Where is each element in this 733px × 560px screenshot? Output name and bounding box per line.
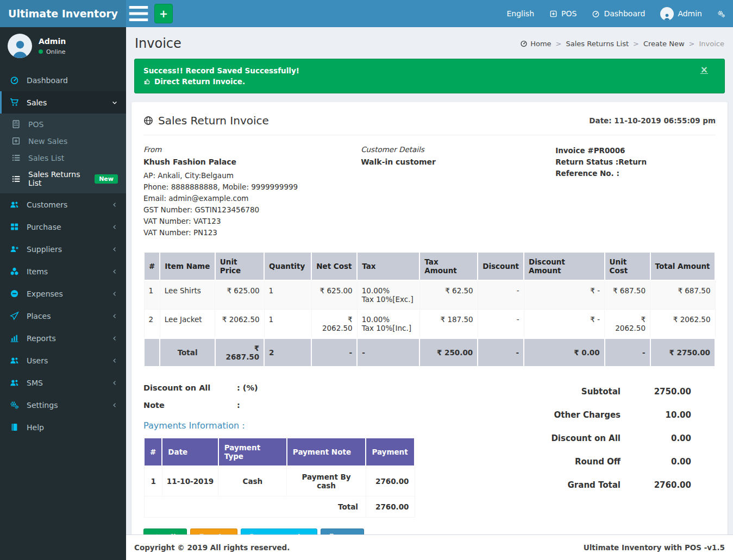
discount-on-all-line: Discount on All : (%) — [143, 383, 528, 392]
cell: 2760.00 — [366, 466, 415, 496]
items-header-row: # Item Name Unit Price Quantity Net Cost… — [144, 252, 715, 280]
chevron-left-icon — [111, 291, 118, 297]
chevron-left-icon — [111, 224, 118, 230]
cell: ₹ 2062.50 — [605, 310, 650, 339]
globe-icon — [143, 116, 153, 125]
payments-total-row: Total 2760.00 — [144, 496, 415, 518]
navbar-right: English POS Dashboard Admin — [499, 0, 733, 27]
from-vat2: VAT Number: PN123 — [143, 227, 361, 238]
divider — [143, 135, 716, 135]
invoice-card: Sales Return Invoice Date: 11-10-2019 06… — [131, 102, 728, 558]
column-header: # — [144, 252, 160, 280]
sidebar-item-new-sales[interactable]: New Sales — [0, 133, 126, 149]
chevron-left-icon — [111, 335, 118, 342]
cell: 1 — [264, 310, 311, 339]
users-icon — [10, 378, 21, 387]
page-title: Invoice — [135, 36, 181, 51]
sidebar-item-reports[interactable]: Reports — [0, 327, 126, 349]
breadcrumb-current: Invoice — [699, 40, 724, 48]
invoice-date: Date: 11-10-2019 06:55:09 pm — [589, 116, 716, 125]
plus-square-icon — [11, 136, 22, 146]
cell: - — [357, 338, 419, 367]
reference-number: Reference No. : — [555, 168, 716, 179]
breadcrumb-create-new[interactable]: Create New — [643, 40, 685, 48]
dashboard-link[interactable]: Dashboard — [584, 0, 653, 27]
sidebar-item-sales-list[interactable]: Sales List — [0, 149, 126, 166]
main-content: Invoice Home > Sales Returns List > Crea… — [126, 27, 733, 558]
quick-add-button[interactable]: + — [154, 4, 173, 23]
success-alert: Success!! Record Saved Successfully! Dir… — [134, 59, 725, 93]
sidebar-toggle-button[interactable] — [126, 0, 151, 27]
payments-title: Payments Information : — [143, 420, 528, 431]
sidebar-item-settings[interactable]: Settings — [0, 394, 126, 416]
settings-menu[interactable] — [710, 0, 733, 27]
payments-row: 1 11-10-2019 Cash Payment By cash 2760.0… — [144, 466, 415, 496]
chevron-left-icon — [111, 246, 118, 253]
new-badge: New — [95, 174, 118, 184]
from-vat1: VAT Number: VAT123 — [143, 216, 361, 227]
cell: 10.00% Tax 10%[Inc.] — [357, 310, 419, 339]
breadcrumb-separator: > — [689, 40, 695, 48]
sidebar-item-users[interactable]: Users — [0, 349, 126, 372]
from-name: Khush Fashion Palace — [143, 158, 361, 166]
cell: ₹ 250.00 — [419, 338, 478, 367]
column-header: Payment Type — [218, 438, 287, 466]
language-menu[interactable]: English — [499, 0, 542, 27]
column-header: Unit Cost — [605, 252, 650, 280]
sales-submenu: POS New Sales Sales List Sales Returns L… — [0, 114, 126, 193]
invoice-heading: Sales Return Invoice — [143, 114, 269, 127]
sidebar-user-panel: Admin Online — [0, 27, 126, 66]
calculator-icon — [11, 119, 22, 129]
cell: ₹ 2687.50 — [215, 338, 264, 367]
alert-line1: Success!! Record Saved Successfully! — [143, 65, 716, 76]
breadcrumb-home[interactable]: Home — [520, 40, 551, 48]
cell: ₹ 625.00 — [311, 280, 357, 310]
sidebar-item-suppliers[interactable]: Suppliers — [0, 238, 126, 260]
avatar — [660, 7, 674, 21]
column-header: Net Cost — [311, 252, 357, 280]
cubes-icon — [10, 267, 21, 276]
user-menu[interactable]: Admin — [653, 0, 710, 27]
version-text: Ultimate Inventory with POS -v1.5 — [584, 543, 725, 552]
column-header: Discount Amount — [524, 252, 605, 280]
sidebar-item-places[interactable]: Places — [0, 305, 126, 327]
app-logo[interactable]: Ultimate Inventory — [0, 0, 126, 27]
send-icon — [10, 311, 21, 320]
column-header: Unit Price — [215, 252, 264, 280]
sidebar-item-help[interactable]: Help — [0, 416, 126, 438]
cell: 1 — [144, 280, 160, 310]
sidebar-item-customers[interactable]: Customers — [0, 193, 126, 216]
sidebar-item-sales[interactable]: Sales — [0, 91, 126, 114]
column-header: Item Name — [160, 252, 215, 280]
alert-line2: Direct Return Invoice. — [143, 76, 716, 87]
alert-close-button[interactable]: × — [700, 64, 708, 75]
sidebar-item-sales-returns-list[interactable]: Sales Returns List New — [0, 166, 126, 191]
home-icon — [520, 40, 528, 47]
summary-row-subtotal: Subtotal 2750.00 — [528, 387, 691, 397]
navbar: + English POS Dashboard Admin — [126, 0, 733, 27]
sidebar-item-expenses[interactable]: Expenses — [0, 282, 126, 305]
sidebar-item-items[interactable]: Items — [0, 260, 126, 282]
tachometer-icon — [10, 75, 21, 85]
sidebar-item-pos[interactable]: POS — [0, 116, 126, 133]
column-header: Date — [162, 438, 218, 466]
cell: Total — [160, 338, 215, 367]
items-row: 1 Lee Shirts ₹ 625.00 1 ₹ 625.00 10.00% … — [144, 280, 715, 310]
column-header: Payment Note — [287, 438, 366, 466]
breadcrumb-sales-returns-list[interactable]: Sales Returns List — [566, 40, 629, 48]
sidebar-item-sms[interactable]: SMS — [0, 372, 126, 394]
cell: ₹ 187.50 — [419, 310, 478, 339]
breadcrumb: Home > Sales Returns List > Create New >… — [520, 40, 724, 48]
cell: ₹ 687.50 — [650, 280, 715, 310]
summary-row-discount-on-all: Discount on All 0.00 — [528, 433, 691, 443]
invoice-bottom-left: Discount on All : (%) Note : Payments In… — [143, 381, 528, 518]
sidebar-item-dashboard[interactable]: Dashboard — [0, 69, 126, 91]
items-table: # Item Name Unit Price Quantity Net Cost… — [143, 251, 716, 367]
invoice-meta-section: Invoice #PR0006 Return Status :Return Re… — [555, 145, 716, 238]
person-icon — [663, 12, 671, 21]
cell — [144, 338, 160, 367]
pos-link[interactable]: POS — [542, 0, 584, 27]
sidebar-item-purchase[interactable]: Purchase — [0, 216, 126, 238]
cell: 1 — [144, 466, 162, 496]
cell: ₹ 687.50 — [605, 280, 650, 310]
